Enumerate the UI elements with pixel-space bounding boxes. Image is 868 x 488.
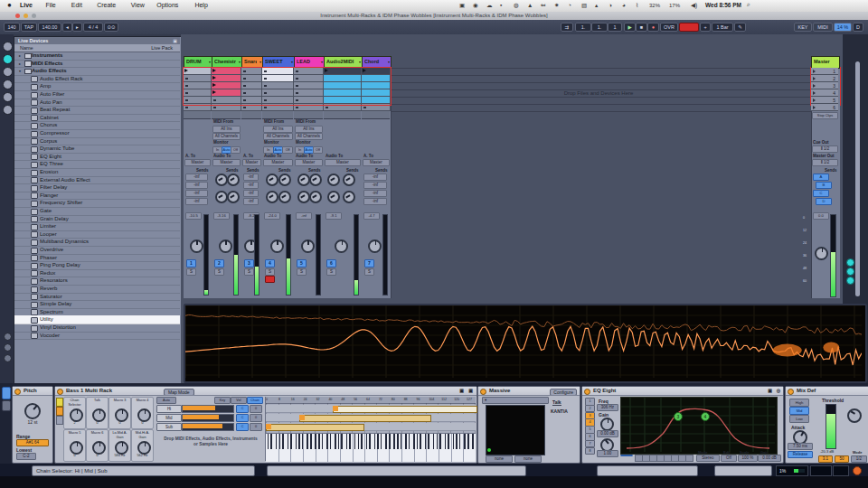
clip-slot[interactable] — [324, 97, 362, 104]
scene-slot-1[interactable]: 1 — [811, 68, 838, 75]
apple-menu-icon[interactable]: ● — [7, 1, 12, 9]
master-send-A[interactable]: A — [813, 174, 829, 181]
macro-knob[interactable] — [70, 408, 83, 422]
zone-fade-cap[interactable] — [266, 424, 271, 429]
black-key[interactable] — [437, 434, 439, 449]
solo-button[interactable]: S — [297, 268, 307, 276]
eq8-curve-chip-8[interactable] — [685, 455, 693, 462]
send-knob[interactable] — [266, 191, 278, 203]
eq8-freq-value[interactable]: 306 Hz — [597, 404, 618, 411]
send-knob[interactable] — [278, 191, 291, 203]
zone-tab-key[interactable]: Key — [214, 397, 231, 404]
rack-power-icon[interactable] — [57, 389, 63, 395]
black-key[interactable] — [282, 434, 284, 449]
scene-slot-6[interactable]: 6 — [811, 104, 838, 111]
scene-slot-5[interactable]: 5 — [811, 97, 838, 104]
clip-slot[interactable] — [324, 104, 362, 111]
clip-slot[interactable] — [184, 68, 212, 75]
track-volume-display[interactable]: -10.5 — [185, 212, 202, 220]
send-amount[interactable]: -inf — [185, 190, 208, 197]
camera-icon[interactable]: ▣ — [459, 2, 465, 9]
pan-knob[interactable] — [219, 239, 232, 253]
scene-play-icon[interactable] — [813, 84, 816, 88]
macro-knob[interactable] — [137, 408, 151, 422]
macro-knob[interactable] — [70, 441, 83, 455]
send-amount[interactable]: -inf — [243, 182, 259, 189]
rack-map-mode-button[interactable]: Map Mode — [164, 389, 194, 396]
track-activator[interactable]: 3 — [244, 259, 254, 267]
send-knob[interactable] — [343, 191, 355, 203]
macro-knob[interactable] — [137, 441, 151, 455]
midi-from-input[interactable]: All Ins — [295, 126, 323, 133]
send-knob[interactable] — [215, 191, 228, 203]
black-key[interactable] — [318, 434, 320, 449]
clip-slot[interactable] — [262, 97, 294, 104]
stop-clips-button[interactable]: Stop Clips — [812, 112, 838, 119]
show-sends-toggle[interactable] — [846, 267, 854, 276]
clip-slot[interactable] — [212, 89, 241, 97]
massive-power-icon[interactable] — [480, 389, 486, 395]
notification-icon[interactable]: ▲ — [527, 2, 533, 8]
solo-button[interactable]: S — [186, 268, 196, 276]
clip-slot[interactable] — [324, 75, 362, 82]
menu-item-view[interactable]: View — [131, 2, 156, 8]
traffic-light-close[interactable] — [15, 14, 20, 18]
clip-slot[interactable] — [294, 68, 324, 75]
massive-configure-button[interactable]: Configure — [550, 389, 577, 396]
tempo-display[interactable]: 140 — [4, 23, 20, 32]
black-key[interactable] — [338, 434, 340, 449]
gear-icon[interactable]: ✷ — [554, 2, 559, 9]
browser-tab-2[interactable] — [3, 54, 13, 64]
scene-play-icon[interactable] — [813, 99, 816, 102]
moon-icon[interactable]: ◑ — [609, 2, 612, 8]
clip-slot[interactable] — [362, 75, 391, 82]
track-volume-display[interactable]: -4.7 — [363, 212, 380, 220]
send-knob[interactable] — [309, 174, 322, 186]
mixdef-release-chip[interactable]: Release — [788, 451, 813, 458]
black-key[interactable] — [315, 434, 316, 449]
clip-stop-icon[interactable] — [243, 85, 246, 88]
clip-play-icon[interactable] — [363, 90, 366, 94]
clip-slot[interactable] — [184, 89, 212, 97]
monitor-in[interactable]: In — [263, 146, 274, 154]
clip-slot[interactable] — [212, 75, 241, 82]
position-bars[interactable]: 1. — [575, 23, 591, 32]
monitor-off[interactable]: Off — [282, 146, 293, 154]
clip-slot[interactable] — [294, 89, 324, 97]
send-amount[interactable]: -inf — [363, 198, 387, 205]
black-key[interactable] — [409, 434, 410, 449]
clip-slot[interactable] — [294, 97, 324, 104]
master-header[interactable]: Master — [811, 56, 840, 69]
clip-play-icon[interactable] — [325, 69, 328, 72]
track-activator[interactable]: 2 — [214, 259, 224, 267]
scene-slot-4[interactable]: 4 — [811, 89, 838, 97]
clip-slot[interactable] — [212, 68, 241, 75]
clip-slot[interactable] — [262, 75, 294, 82]
pitch-knob[interactable] — [24, 403, 41, 419]
clip-slot[interactable] — [262, 89, 294, 97]
black-key[interactable] — [279, 434, 281, 449]
zone-tab-vel[interactable]: Vel — [231, 397, 247, 404]
track-menu-arrow-icon[interactable]: ▾ — [321, 60, 323, 64]
send-amount[interactable]: -inf — [363, 190, 387, 197]
track-menu-arrow-icon[interactable]: ▾ — [388, 60, 390, 64]
track-menu-arrow-icon[interactable]: ▾ — [359, 60, 361, 64]
send-knob[interactable] — [278, 174, 291, 186]
show-inout-toggle[interactable] — [846, 258, 854, 267]
menu-item-options[interactable]: Options — [156, 2, 194, 8]
send-knob[interactable] — [215, 174, 228, 186]
black-key[interactable] — [445, 434, 447, 449]
track-activator[interactable]: 6 — [326, 259, 336, 267]
track-menu-arrow-icon[interactable]: ▾ — [291, 60, 293, 64]
black-key[interactable] — [425, 434, 427, 449]
clip-slot[interactable] — [362, 97, 391, 104]
clip-slot[interactable] — [324, 82, 362, 89]
black-key[interactable] — [464, 434, 466, 449]
clip-play-icon[interactable] — [325, 90, 328, 94]
track-header-lead[interactable]: LEAD▾ — [294, 56, 325, 69]
send-amount[interactable]: -inf — [185, 174, 208, 181]
black-key[interactable] — [453, 434, 455, 449]
macro-knob[interactable] — [92, 408, 106, 422]
track-menu-arrow-icon[interactable]: ▾ — [209, 60, 211, 64]
zone-piano-keyboard[interactable] — [266, 433, 476, 462]
